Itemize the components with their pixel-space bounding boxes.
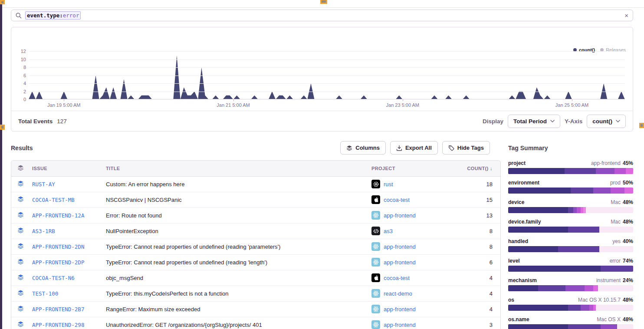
issue-link[interactable]: COCOA-TEST-N6 (32, 275, 75, 281)
table-row: APP-FRONTEND-298UnauthorizedError: GET /… (11, 317, 500, 329)
project-link[interactable]: as3 (384, 228, 393, 234)
crop-handle-top-center[interactable] (320, 0, 327, 4)
facet-segment[interactable] (508, 266, 601, 272)
issue-stack-cell[interactable] (11, 254, 29, 270)
facet-segment[interactable] (508, 168, 565, 174)
issue-stack-cell[interactable] (11, 317, 29, 329)
issue-stack-cell[interactable] (11, 286, 29, 301)
facet-top-pct: 24% (623, 277, 633, 283)
issue-link[interactable]: APP-FRONTEND-12A (32, 212, 84, 219)
facet-segment[interactable] (568, 227, 599, 233)
facet-bar (508, 266, 633, 272)
facet-segment[interactable] (573, 207, 577, 213)
crop-handle-top-left[interactable] (0, 0, 5, 4)
facet-segment[interactable] (565, 285, 584, 291)
count-value: 3 (455, 317, 500, 329)
facet-segment[interactable] (596, 168, 614, 174)
column-header-title[interactable]: TITLE (102, 161, 368, 176)
facet-segment[interactable] (624, 188, 633, 194)
x-axis-labels: Jan 19 5:00 AMJan 21 5:00 AMJan 23 5:00 … (29, 99, 625, 111)
facet-segment[interactable] (568, 324, 601, 329)
facet-segment[interactable] (558, 246, 599, 252)
header-stack-icon-col[interactable] (11, 161, 29, 176)
facet-segment[interactable] (508, 227, 568, 233)
issue-link[interactable]: RUST-AY (32, 181, 55, 188)
facet-segment[interactable] (508, 207, 568, 213)
table-row: APP-FRONTEND-2DPTypeError: Cannot read p… (11, 254, 500, 270)
project-link[interactable]: app-frontend (384, 212, 416, 219)
facet-segment[interactable] (601, 266, 633, 272)
facet-segment[interactable] (568, 305, 581, 311)
column-header-issue[interactable]: ISSUE (29, 161, 102, 176)
search-query-value: error (63, 12, 79, 19)
issue-stack-cell[interactable] (11, 223, 29, 239)
facet-segment[interactable] (508, 188, 571, 194)
facet-segment[interactable] (593, 188, 611, 194)
facet-segment[interactable] (626, 168, 633, 174)
facet-segment[interactable] (585, 285, 593, 291)
facet-segment[interactable] (565, 168, 596, 174)
project-link[interactable]: app-frontend (384, 306, 416, 313)
facet-segment[interactable] (601, 324, 617, 329)
chart-plot-area[interactable]: 024681012 (29, 42, 625, 99)
display-select[interactable]: Total Period (508, 115, 560, 128)
issue-stack-cell[interactable] (11, 239, 29, 254)
facet-segment[interactable] (617, 324, 633, 329)
facet-segment[interactable] (593, 285, 598, 291)
issue-stack-cell[interactable] (11, 176, 29, 192)
column-header-project[interactable]: PROJECT (368, 161, 455, 176)
crop-handle-right-mid[interactable] (639, 123, 644, 128)
project-link[interactable]: app-frontend (384, 243, 416, 250)
issue-title: objc_msgSend (106, 275, 143, 281)
search-query-token[interactable]: event.type:error (25, 11, 81, 20)
issue-link[interactable]: APP-FRONTEND-2DP (32, 259, 84, 266)
facet-segment[interactable] (577, 207, 581, 213)
facet-segment[interactable] (508, 324, 568, 329)
facet-segment[interactable] (508, 285, 538, 291)
column-header-count[interactable]: COUNT() ↓ (455, 161, 500, 176)
facet-segment[interactable] (508, 246, 558, 252)
issue-stack-cell[interactable] (11, 301, 29, 317)
project-link[interactable]: cocoa-test (384, 275, 410, 281)
facet-segment[interactable] (538, 285, 565, 291)
issue-link[interactable]: APP-FRONTEND-2B7 (32, 306, 84, 313)
project-link[interactable]: cocoa-test (384, 197, 410, 203)
facet-segment[interactable] (598, 285, 633, 291)
issue-stack-cell[interactable] (11, 192, 29, 207)
export-all-button[interactable]: Export All (390, 141, 438, 155)
project-link[interactable]: app-frontend (384, 322, 416, 328)
issue-stack-cell[interactable] (11, 270, 29, 286)
columns-button[interactable]: Columns (340, 141, 386, 155)
clear-search-icon[interactable]: × (624, 12, 628, 19)
issue-link[interactable]: APP-FRONTEND-2DN (32, 243, 84, 250)
facet-segment[interactable] (508, 305, 568, 311)
hide-tags-button[interactable]: Hide Tags (442, 141, 490, 155)
project-link[interactable]: app-frontend (384, 259, 416, 266)
facet-segment[interactable] (611, 188, 624, 194)
issue-link[interactable]: APP-FRONTEND-298 (32, 322, 84, 328)
facet-device: deviceMac48% (508, 199, 633, 213)
issue-link[interactable]: COCOA-TEST-MB (32, 197, 75, 203)
facet-segment[interactable] (581, 305, 589, 311)
table-row: APP-FRONTEND-12AError: Route not foundap… (11, 207, 500, 223)
facet-segment[interactable] (586, 207, 633, 213)
events-chart[interactable]: count() Releases 024681012 Jan 19 5:00 A… (11, 42, 633, 111)
issue-link[interactable]: AS3-1RB (32, 228, 55, 234)
issue-link[interactable]: TEST-100 (32, 290, 58, 297)
facet-segment[interactable] (599, 227, 633, 233)
project-link[interactable]: rust (384, 181, 393, 188)
facet-name: handled (508, 238, 528, 244)
yaxis-select[interactable]: count() (587, 115, 626, 128)
facet-segment[interactable] (614, 168, 626, 174)
issue-stack-cell[interactable] (11, 207, 29, 223)
results-table: ISSUE TITLE PROJECT COUNT() ↓ RUST-AYCus… (11, 160, 501, 329)
search-bar[interactable]: event.type:error × (11, 10, 633, 21)
facet-segment[interactable] (571, 188, 593, 194)
project-link[interactable]: react-demo (384, 290, 412, 297)
facet-segment[interactable] (596, 305, 633, 311)
crop-handle-left-mid[interactable] (0, 125, 5, 130)
facet-bar (508, 305, 633, 311)
facet-segment[interactable] (568, 207, 573, 213)
facet-segment[interactable] (589, 305, 593, 311)
facet-segment[interactable] (599, 246, 633, 252)
